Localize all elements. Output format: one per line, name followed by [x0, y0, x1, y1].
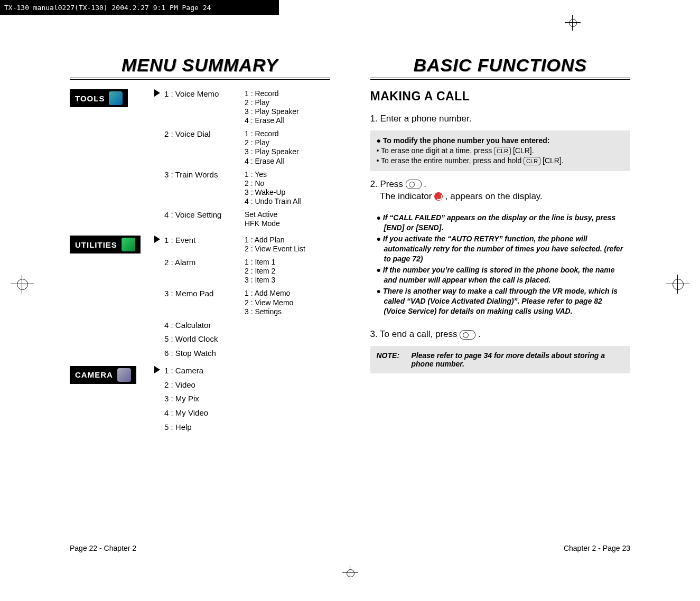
menu-item-label: 2 : Alarm — [164, 258, 245, 268]
submenu-list: Set Active HFK Mode — [245, 210, 280, 228]
bullet-item: ● If you activate the “AUTO RETRY” funct… — [377, 234, 624, 264]
menu-item-label: 3 : Train Words — [164, 170, 245, 180]
prepress-header: TX-130 manual0227(TX-130) 2004.2.27 9:1 … — [0, 0, 279, 15]
badge-label: CAMERA — [75, 370, 113, 379]
registration-mark-icon — [565, 15, 581, 31]
menu-row: 4 : Calculator — [164, 321, 330, 331]
clr-key-icon: CLR — [524, 157, 540, 165]
menu-row: 3 : Memo Pad1 : Add Memo 2 : View Memo 3… — [164, 289, 330, 316]
menu-item-label: 4 : My Video — [164, 408, 245, 418]
menu-item-label: 6 : Stop Watch — [164, 349, 245, 359]
left-page: MENU SUMMARY TOOLS1 : Voice Memo1 : Reco… — [50, 55, 350, 530]
submenu-list: 1 : Record 2 : Play 3 : Play Speaker 4 :… — [245, 89, 299, 125]
menu-row: 2 : Alarm1 : Item 1 2 : Item 2 3 : Item … — [164, 258, 330, 285]
page-title: MENU SUMMARY — [70, 55, 330, 76]
section-badge: TOOLS — [70, 89, 128, 107]
menu-item-label: 4 : Voice Setting — [164, 210, 245, 220]
clr-key-icon: CLR — [494, 147, 511, 155]
registration-mark-icon — [342, 565, 358, 581]
page-title: BASIC FUNCTIONS — [370, 55, 631, 76]
menu-row: 3 : Train Words1 : Yes 2 : No 3 : Wake-U… — [164, 170, 330, 206]
header-text: TX-130 manual0227(TX-130) 2004.2.27 9:1 … — [4, 4, 211, 12]
menu-row: 1 : Event1 : Add Plan 2 : View Event Lis… — [164, 236, 330, 253]
note-text: Please refer to page 34 for more details… — [412, 351, 624, 368]
menu-item-label: 3 : Memo Pad — [164, 289, 245, 299]
page-footer: Chapter 2 - Page 23 — [564, 544, 630, 552]
menu-item-label: 1 : Event — [164, 236, 245, 246]
submenu-list: 1 : Record 2 : Play 3 : Play Speaker 4 :… — [245, 129, 299, 165]
arrow-icon — [154, 236, 160, 243]
menu-row: 2 : Voice Dial1 : Record 2 : Play 3 : Pl… — [164, 129, 330, 165]
page-spread: MENU SUMMARY TOOLS1 : Voice Memo1 : Reco… — [50, 55, 650, 530]
section-badge: CAMERA — [70, 366, 136, 384]
info-box-heading: ● To modify the phone number you have en… — [377, 136, 624, 146]
registration-mark-icon — [11, 275, 34, 294]
page-wrapper: TX-130 manual0227(TX-130) 2004.2.27 9:1 … — [0, 0, 700, 601]
note-label: NOTE: — [377, 351, 412, 368]
badge-icon — [117, 368, 131, 382]
info-box-line: • To erase one digit at a time, press CL… — [377, 146, 624, 156]
title-rule — [70, 78, 330, 80]
menu-item-label: 3 : My Pix — [164, 394, 245, 404]
right-page: BASIC FUNCTIONS MAKING A CALL 1. Enter a… — [350, 55, 651, 530]
title-rule — [370, 78, 631, 80]
menu-row: 5 : Help — [164, 422, 330, 433]
menu-row: 4 : Voice SettingSet Active HFK Mode — [164, 210, 330, 228]
menu-row: 6 : Stop Watch — [164, 349, 330, 359]
menu-item-label: 2 : Voice Dial — [164, 129, 245, 139]
menu-row: 5 : World Clock — [164, 334, 330, 344]
section-heading: MAKING A CALL — [370, 89, 631, 104]
send-key-icon — [406, 180, 422, 189]
step-text: 2. Press . The indicator , appears on th… — [370, 179, 631, 203]
note-box: NOTE: Please refer to page 34 for more d… — [370, 346, 631, 373]
submenu-list: 1 : Yes 2 : No 3 : Wake-Up 4 : Undo Trai… — [245, 170, 301, 206]
menu-row: 2 : Video — [164, 380, 330, 390]
call-indicator-icon — [434, 192, 443, 201]
badge-icon — [122, 238, 135, 251]
badge-label: UTILITIES — [75, 240, 117, 249]
menu-item-label: 5 : World Clock — [164, 334, 245, 344]
badge-icon — [109, 91, 123, 105]
bullet-item: ● If “CALL FAILED” appears on the displa… — [377, 213, 624, 233]
arrow-icon — [154, 366, 160, 373]
info-box: ● To modify the phone number you have en… — [370, 130, 631, 171]
submenu-list: 1 : Add Plan 2 : View Event List — [245, 236, 305, 253]
menu-item-label: 1 : Camera — [164, 366, 245, 376]
menu-item-label: 1 : Voice Memo — [164, 89, 245, 99]
bullet-box: ● If “CALL FAILED” appears on the displa… — [370, 208, 631, 321]
bullet-item: ● If the number you’re calling is stored… — [377, 265, 624, 285]
submenu-list: 1 : Add Memo 2 : View Memo 3 : Settings — [245, 289, 293, 316]
menu-row: 4 : My Video — [164, 408, 330, 418]
menu-item-label: 2 : Video — [164, 380, 245, 390]
section-badge: UTILITIES — [70, 236, 141, 253]
step-text: 1. Enter a phone number. — [370, 113, 631, 125]
menu-item-label: 4 : Calculator — [164, 321, 245, 331]
registration-mark-icon — [666, 275, 689, 294]
badge-label: TOOLS — [75, 94, 105, 103]
info-box-line: • To erase the entire number, press and … — [377, 156, 624, 166]
menu-item-label: 5 : Help — [164, 422, 245, 433]
menu-row: 1 : Camera — [164, 366, 330, 376]
arrow-icon — [154, 89, 160, 97]
page-footer: Page 22 - Chapter 2 — [70, 544, 136, 552]
menu-row: 1 : Voice Memo1 : Record 2 : Play 3 : Pl… — [164, 89, 330, 125]
end-key-icon — [460, 330, 475, 340]
bullet-item: ● There is another way to make a call th… — [377, 286, 624, 316]
submenu-list: 1 : Item 1 2 : Item 2 3 : Item 3 — [245, 258, 275, 285]
menu-row: 3 : My Pix — [164, 394, 330, 404]
step-text: 3. To end a call, press . — [370, 328, 631, 341]
